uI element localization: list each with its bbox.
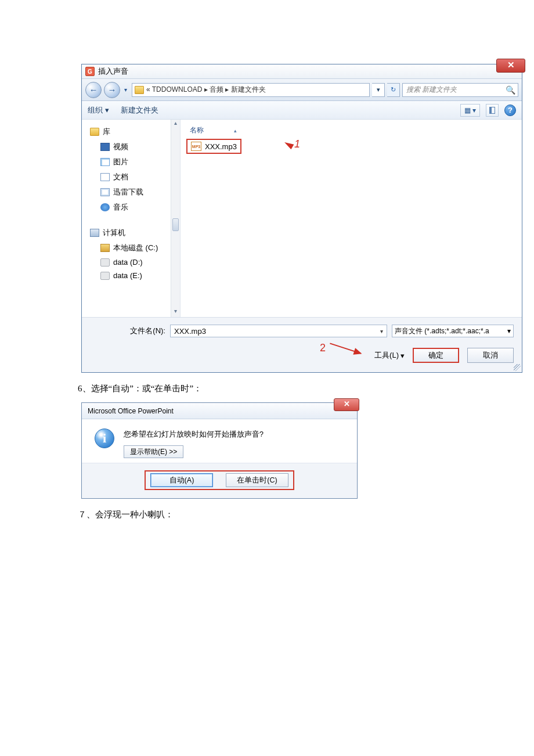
chevron-down-icon[interactable]: ▾ <box>380 328 383 334</box>
annotation-1: 1 <box>284 138 300 150</box>
tree-pictures[interactable]: 图片 <box>90 154 180 170</box>
preview-icon <box>489 107 495 114</box>
tree-scrollbar[interactable]: ▴ ▾ <box>171 120 180 317</box>
file-name: XXX.mp3 <box>205 142 237 151</box>
tree-libraries[interactable]: 库 <box>90 124 180 139</box>
powerpoint-message-box: Microsoft Office PowerPoint ✕ i 您希望在幻灯片放… <box>81 402 358 499</box>
tree-video[interactable]: 视频 <box>90 139 180 154</box>
drive-icon <box>100 244 110 252</box>
cancel-button[interactable]: 取消 <box>467 348 514 363</box>
filename-input[interactable]: XXX.mp3 ▾ <box>170 325 387 337</box>
highlighted-buttons: 自动(A) 在单击时(C) <box>145 470 294 490</box>
arrow-icon <box>330 343 361 354</box>
forward-button[interactable]: → <box>104 82 120 98</box>
scroll-down-icon[interactable]: ▾ <box>171 308 180 317</box>
search-input[interactable]: 搜索 新建文件夹 🔍 <box>402 83 518 97</box>
msgbox-message: 您希望在幻灯片放映时如何开始播放声音? <box>124 429 264 440</box>
msgbox-footer: 自动(A) 在单击时(C) <box>82 463 357 498</box>
filename-value: XXX.mp3 <box>174 327 206 336</box>
history-dropdown[interactable]: ▾ <box>121 84 129 96</box>
search-placeholder: 搜索 新建文件夹 <box>406 85 457 95</box>
column-header-name[interactable]: 名称 ▴ <box>186 123 522 138</box>
drive-icon <box>100 258 110 267</box>
close-button[interactable]: ✕ <box>496 59 525 73</box>
view-mode-button[interactable]: ▦ ▾ <box>460 104 480 117</box>
sort-indicator-icon: ▴ <box>234 128 237 134</box>
computer-icon <box>90 229 99 237</box>
pictures-icon <box>100 158 110 166</box>
file-type-filter[interactable]: 声音文件 (*.adts;*.adt;*.aac;*.a ▾ <box>392 325 514 337</box>
toolbar: 组织 ▾ 新建文件夹 ▦ ▾ ? <box>82 101 522 120</box>
tree-documents[interactable]: 文档 <box>90 170 180 185</box>
tree-drive-e[interactable]: data (E:) <box>90 269 180 282</box>
msgbox-titlebar[interactable]: Microsoft Office PowerPoint ✕ <box>82 403 357 419</box>
drive-icon <box>100 272 110 280</box>
scroll-up-icon[interactable]: ▴ <box>171 120 180 129</box>
help-button[interactable]: ? <box>504 105 516 116</box>
search-icon: 🔍 <box>506 85 515 95</box>
resize-grip[interactable] <box>514 364 521 371</box>
video-icon <box>100 143 110 151</box>
msgbox-title: Microsoft Office PowerPoint <box>88 407 174 415</box>
folder-icon <box>135 86 144 94</box>
tree-xunlei[interactable]: 迅雷下载 <box>90 185 180 200</box>
filename-label: 文件名(N): <box>90 326 165 336</box>
chevron-down-icon: ▾ <box>400 351 405 360</box>
breadcrumb: « TDDOWNLOAD ▸ 音频 ▸ 新建文件夹 <box>146 85 266 95</box>
file-list[interactable]: 名称 ▴ MP3 XXX.mp3 1 <box>181 120 522 317</box>
libraries-icon <box>90 128 99 136</box>
ok-button[interactable]: 确定 <box>413 348 459 363</box>
navigation-bar: ← → ▾ « TDDOWNLOAD ▸ 音频 ▸ 新建文件夹 ▾ ↻ 搜索 新… <box>82 79 522 101</box>
address-bar[interactable]: « TDDOWNLOAD ▸ 音频 ▸ 新建文件夹 <box>132 83 370 97</box>
chevron-down-icon[interactable]: ▾ <box>507 327 511 335</box>
tools-menu[interactable]: 工具(L) ▾ <box>374 350 405 361</box>
scroll-thumb[interactable] <box>172 218 179 231</box>
navigation-tree[interactable]: 库 视频 图片 文档 迅雷下载 音乐 计算机 本地磁盘 (C:) data (D… <box>82 120 181 317</box>
music-icon <box>100 203 110 211</box>
documents-icon <box>100 173 110 181</box>
info-icon: i <box>95 429 114 448</box>
file-item-selected[interactable]: MP3 XXX.mp3 <box>186 139 241 154</box>
auto-button[interactable]: 自动(A) <box>150 473 213 487</box>
tree-music[interactable]: 音乐 <box>90 200 180 215</box>
filter-text: 声音文件 (*.adts;*.adt;*.aac;*.a <box>395 326 489 336</box>
dialog-body: 库 视频 图片 文档 迅雷下载 音乐 计算机 本地磁盘 (C:) data (D… <box>82 120 522 317</box>
dialog-footer: 文件名(N): XXX.mp3 ▾ 声音文件 (*.adts;*.adt;*.a… <box>82 317 522 372</box>
close-button[interactable]: ✕ <box>334 398 359 411</box>
new-folder-button[interactable]: 新建文件夹 <box>121 105 158 116</box>
step-7-caption: ７、会浮现一种小喇叭： <box>78 509 534 520</box>
on-click-button[interactable]: 在单击时(C) <box>226 473 288 487</box>
annotation-2: 2 <box>320 342 362 354</box>
organize-menu[interactable]: 组织 ▾ <box>88 105 109 116</box>
msgbox-body: i 您希望在幻灯片放映时如何开始播放声音? 显示帮助(E) >> <box>82 419 357 463</box>
insert-sound-file-dialog: G 插入声音 ✕ ← → ▾ « TDDOWNLOAD ▸ 音频 ▸ 新建文件夹… <box>81 64 522 373</box>
dialog-titlebar[interactable]: G 插入声音 ✕ <box>82 64 522 79</box>
address-dropdown[interactable]: ▾ <box>372 83 385 97</box>
tree-drive-d[interactable]: data (D:) <box>90 255 180 269</box>
dialog-title: 插入声音 <box>98 66 128 77</box>
step-6-caption: 6、选择“自动”：或“在单击时”： <box>78 383 534 394</box>
refresh-button[interactable]: ↻ <box>387 83 400 97</box>
download-icon <box>100 188 110 196</box>
mp3-file-icon: MP3 <box>191 142 201 151</box>
arrow-icon <box>283 139 294 149</box>
tree-drive-c[interactable]: 本地磁盘 (C:) <box>90 240 180 255</box>
back-button[interactable]: ← <box>85 82 102 98</box>
app-icon: G <box>85 67 95 76</box>
preview-pane-button[interactable] <box>486 104 499 117</box>
show-help-button[interactable]: 显示帮助(E) >> <box>124 445 183 458</box>
tree-computer[interactable]: 计算机 <box>90 225 180 240</box>
